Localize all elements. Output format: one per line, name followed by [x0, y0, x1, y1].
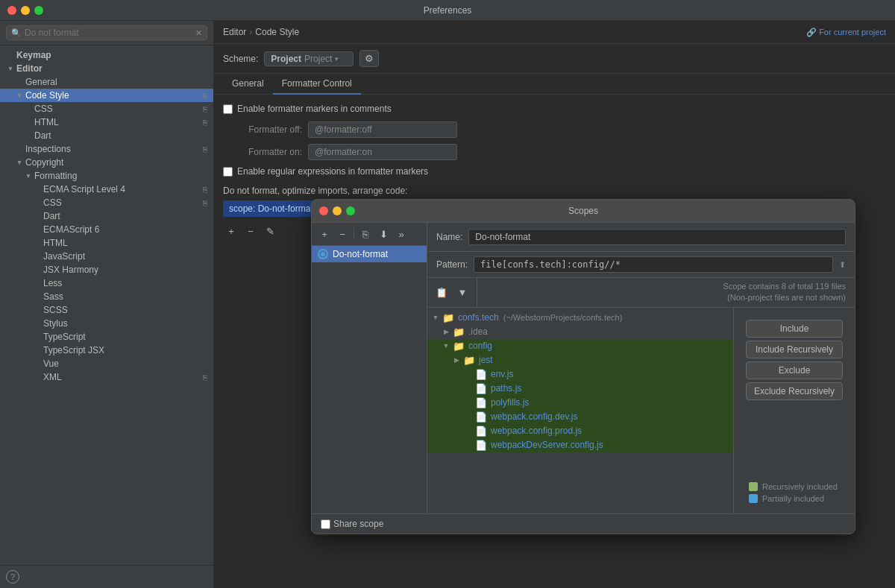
ft-item-polyfills-js[interactable]: 📄 polyfills.js	[427, 396, 733, 410]
expand-arrow-icon: ▼	[430, 314, 441, 321]
ft-label: config	[468, 341, 492, 351]
ft-item-config[interactable]: ▼ 📁 config	[427, 339, 733, 353]
sidebar-item-label: ECMA Script Level 4	[43, 184, 200, 195]
dialog-body: + − ⎘ ⬇ » Do-not-f	[312, 223, 855, 513]
sidebar-item-css[interactable]: CSS ⎘	[0, 102, 213, 116]
sidebar-item-code-style[interactable]: ▼ Code Style ⎘	[0, 89, 213, 102]
dialog-window-controls	[319, 206, 355, 215]
scope-entry-text: scope: Do-not-format	[229, 203, 313, 214]
maximize-button[interactable]	[34, 6, 43, 15]
sidebar-item-label: Copyright	[25, 157, 207, 168]
sidebar-item-dart2[interactable]: Dart	[0, 209, 213, 223]
name-label: Name:	[436, 232, 462, 242]
add-scope-button[interactable]: +	[223, 223, 239, 239]
ft-item-idea[interactable]: ▶ 📁 .idea	[427, 325, 733, 339]
dialog-minimize-button[interactable]	[333, 206, 342, 215]
sidebar-item-keymap[interactable]: Keymap	[0, 48, 213, 62]
pattern-input[interactable]	[474, 256, 833, 273]
include-button[interactable]: Include	[746, 320, 843, 338]
remove-scope-button[interactable]: −	[242, 223, 259, 239]
more-actions-button[interactable]: »	[393, 226, 409, 242]
enable-markers-checkbox[interactable]	[223, 104, 233, 114]
sidebar-item-sass[interactable]: Sass	[0, 290, 213, 303]
copy-scope-button[interactable]: ⎘	[357, 226, 374, 242]
ft-item-webpack-prod[interactable]: 📄 webpack.config.prod.js	[427, 424, 733, 438]
add-scope-toolbar-button[interactable]: +	[316, 226, 333, 242]
file-icon-button[interactable]: 📋	[433, 284, 450, 300]
sidebar-item-formatting[interactable]: ▼ Formatting	[0, 169, 213, 183]
ft-item-paths-js[interactable]: 📄 paths.js	[427, 382, 733, 396]
minimize-button[interactable]	[21, 6, 30, 15]
tab-formatter-control[interactable]: Formatter Control	[273, 74, 361, 95]
sidebar-item-label: CSS	[43, 197, 200, 208]
tab-general[interactable]: General	[223, 74, 273, 95]
sidebar-item-general[interactable]: General	[0, 75, 213, 89]
ft-label: env.js	[491, 369, 513, 379]
window-controls	[7, 6, 43, 15]
formatter-on-row: Formatter on:	[235, 144, 886, 160]
enable-regex-checkbox[interactable]	[223, 167, 233, 177]
expand-pattern-icon[interactable]: ⬆	[839, 260, 846, 270]
sidebar-item-inspections[interactable]: Inspections ⎘	[0, 142, 213, 156]
dialog-title-bar: Scopes	[312, 200, 855, 223]
filter-button[interactable]: ▼	[454, 284, 471, 300]
sidebar-item-jsx-harmony[interactable]: JSX Harmony	[0, 263, 213, 276]
search-input[interactable]	[25, 28, 192, 38]
copy-icon: ⎘	[203, 118, 207, 127]
ft-item-jest[interactable]: ▶ 📁 jest	[427, 353, 733, 367]
copy-icon: ⎘	[203, 92, 207, 100]
exclude-button[interactable]: Exclude	[746, 361, 843, 379]
sidebar-item-javascript[interactable]: JavaScript	[0, 250, 213, 263]
include-recursively-button[interactable]: Include Recursively	[746, 341, 843, 358]
sidebar-item-vue[interactable]: Vue	[0, 357, 213, 370]
export-scope-button[interactable]: ⬇	[375, 226, 392, 242]
sidebar-item-dart[interactable]: Dart	[0, 129, 213, 142]
ft-item-env-js[interactable]: 📄 env.js	[427, 367, 733, 382]
ft-label: webpackDevServer.config.js	[491, 440, 603, 450]
search-clear-icon[interactable]: ✕	[195, 28, 202, 38]
scheme-select[interactable]: Project Project ▾	[264, 51, 354, 66]
scheme-gear-button[interactable]: ⚙	[359, 50, 379, 67]
dialog-right-panel: Name: Pattern: ⬆ 📋	[427, 223, 855, 513]
sidebar-item-css2[interactable]: CSS ⎘	[0, 196, 213, 209]
sidebar-item-stylus[interactable]: Stylus	[0, 317, 213, 330]
breadcrumb-separator: ›	[249, 27, 252, 37]
for-current-project-link[interactable]: 🔗 For current project	[806, 28, 886, 37]
sidebar-item-html2[interactable]: HTML	[0, 236, 213, 250]
formatter-on-input[interactable]	[308, 144, 457, 160]
sidebar-item-scss[interactable]: SCSS	[0, 303, 213, 317]
dialog-maximize-button[interactable]	[346, 206, 355, 215]
sidebar-item-typescript-jsx[interactable]: TypeScript JSX	[0, 344, 213, 357]
remove-scope-toolbar-button[interactable]: −	[334, 226, 351, 242]
exclude-recursively-button[interactable]: Exclude Recursively	[746, 382, 843, 400]
sidebar-item-label: Less	[43, 278, 207, 288]
share-scope-checkbox[interactable]	[321, 519, 330, 529]
edit-scope-button[interactable]: ✎	[262, 223, 278, 239]
file-icon: 📄	[475, 369, 487, 380]
action-panel: Include Include Recursively Exclude Excl…	[734, 308, 855, 513]
sidebar-item-editor[interactable]: ▼ Editor	[0, 62, 213, 75]
sidebar-item-xml[interactable]: XML ⎘	[0, 370, 213, 384]
ft-label: confs.tech	[458, 312, 499, 323]
legend-dot-blue	[749, 494, 758, 503]
ft-item-webpack-devserver[interactable]: 📄 webpackDevServer.config.js	[427, 438, 733, 452]
name-row: Name:	[427, 223, 855, 252]
name-input[interactable]	[468, 229, 846, 245]
sidebar-item-copyright[interactable]: ▼ Copyright	[0, 156, 213, 169]
close-button[interactable]	[7, 6, 16, 15]
help-button[interactable]: ?	[6, 570, 19, 584]
sidebar-item-html[interactable]: HTML ⎘	[0, 116, 213, 129]
sidebar-item-typescript[interactable]: TypeScript	[0, 330, 213, 344]
sidebar-item-ecma4[interactable]: ECMA Script Level 4 ⎘	[0, 183, 213, 196]
scope-list-item[interactable]: Do-not-format	[312, 246, 427, 262]
ft-item-webpack-dev[interactable]: 📄 webpack.config.dev.js	[427, 410, 733, 424]
sidebar-item-less[interactable]: Less	[0, 276, 213, 290]
sidebar-item-ecma6[interactable]: ECMAScript 6	[0, 223, 213, 236]
dialog-close-button[interactable]	[319, 206, 328, 215]
formatter-off-input[interactable]	[308, 121, 457, 138]
scope-list: Do-not-format	[312, 246, 427, 513]
ft-item-confs-tech[interactable]: ▼ 📁 confs.tech (~/WebstormProjects/confs…	[427, 311, 733, 325]
sidebar-item-label: TypeScript JSX	[43, 345, 207, 355]
file-icon: 📄	[475, 440, 487, 451]
copy-icon: ⎘	[203, 186, 207, 194]
